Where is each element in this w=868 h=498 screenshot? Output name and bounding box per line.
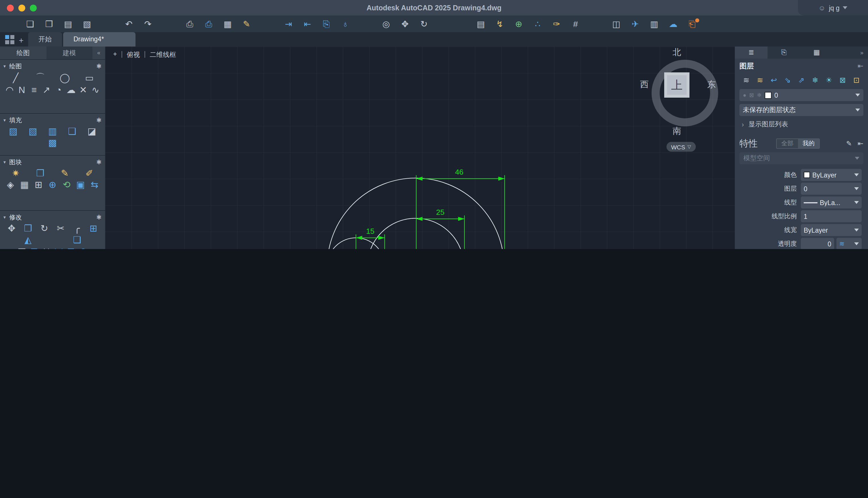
boundary-tool[interactable]: ❑ <box>62 126 82 137</box>
maximize-window-button[interactable] <box>30 4 37 11</box>
properties-icon[interactable]: ▤ <box>471 15 490 32</box>
solid-edit-tool[interactable]: ◨ <box>16 246 28 249</box>
filter-mine-button[interactable]: 我的 <box>798 139 819 148</box>
block-create-tool[interactable]: ❐ <box>28 168 53 179</box>
user-account-button[interactable]: ☺ jq g <box>798 0 868 15</box>
palette-section-header[interactable]: ▾ 绘图 ✱ <box>3 61 101 71</box>
open-drawing-icon[interactable]: ❒ <box>40 15 58 32</box>
circle-medium[interactable] <box>367 218 464 249</box>
save-as-icon[interactable]: ▧ <box>78 15 96 32</box>
multiline-tool[interactable]: ≡ <box>28 85 40 95</box>
tab-start[interactable]: 开始 <box>28 32 62 47</box>
point-style-icon[interactable]: ∴ <box>528 15 547 32</box>
action-recorder-icon[interactable]: ⎗ <box>682 15 702 32</box>
panel-pin-icon[interactable]: ⇤ <box>858 140 864 148</box>
arc-tool[interactable]: ⌒ <box>28 72 53 84</box>
line-tool[interactable]: ╱ <box>3 73 28 83</box>
layer-previous-icon[interactable]: ↩ <box>767 76 781 84</box>
orbit-icon[interactable]: ↻ <box>415 15 433 32</box>
space-selector[interactable]: 模型空间 <box>740 152 864 164</box>
gear-icon[interactable]: ✱ <box>96 158 101 166</box>
select-similar-tool[interactable]: ❏ <box>53 234 101 245</box>
edit-properties-icon[interactable]: ✎ <box>846 140 852 148</box>
break-tool[interactable]: ✕ <box>40 246 53 249</box>
panel-tab-references[interactable]: ⎘ <box>768 47 800 58</box>
mirror-tool[interactable]: ◭ <box>3 234 53 245</box>
superhatch-tool[interactable]: ▩ <box>3 137 101 148</box>
layer-unisolate-icon[interactable]: ⇗ <box>795 76 808 84</box>
sheet-set-icon[interactable]: # <box>566 15 585 32</box>
property-value[interactable]: 1 <box>801 210 862 222</box>
ellipse-tool[interactable]: ◔ <box>53 85 65 95</box>
spline-tool[interactable]: ∿ <box>89 84 101 95</box>
compass-top-face[interactable]: 上 <box>664 73 690 97</box>
viewport-visual-style-control[interactable]: 二维线框 <box>150 51 176 59</box>
palette-tab-draw[interactable]: 绘图 <box>0 47 46 59</box>
block-replace-tool[interactable]: ⇆ <box>87 179 101 190</box>
batch-plot-icon[interactable]: ✎ <box>237 15 256 32</box>
rectangle-tool[interactable]: ▭ <box>77 73 102 83</box>
save-icon[interactable]: ▤ <box>58 15 78 32</box>
wcs-dropdown[interactable]: WCS ▽ <box>666 142 695 152</box>
layer-isolate-icon[interactable]: ⇘ <box>781 76 795 84</box>
compass-south[interactable]: 南 <box>639 126 715 137</box>
gradient-tool[interactable]: ▥ <box>43 126 62 137</box>
dimension-15[interactable]: 15 <box>356 227 385 249</box>
tab-drawing4[interactable]: Drawing4* <box>63 32 135 47</box>
palette-section-header[interactable]: ▾ 修改 ✱ <box>3 212 101 222</box>
tag-attach-tool[interactable]: ◈ <box>3 179 17 190</box>
layer-manager-icon[interactable]: ≋ <box>753 76 767 84</box>
dimension-25[interactable]: 25 <box>416 208 464 249</box>
export-icon[interactable]: ⇤ <box>298 15 317 32</box>
property-value[interactable]: ByLayer <box>801 169 862 181</box>
pan-icon[interactable]: ✥ <box>395 15 415 32</box>
compass-west[interactable]: 西 <box>640 79 649 90</box>
block-insert-tool[interactable]: ✷ <box>3 168 28 179</box>
measure-icon[interactable]: ✑ <box>547 15 566 32</box>
layer-combo[interactable]: ● ⊠ ❄ 0 <box>740 89 864 101</box>
purge-tool[interactable]: ⌁ <box>89 246 101 249</box>
circle-tool[interactable]: ◯ <box>53 73 77 83</box>
circle-large[interactable] <box>327 178 504 249</box>
view-compass[interactable]: 上 北 南 西 东 <box>639 47 731 139</box>
stretch-tool[interactable]: ⇥ <box>3 246 16 249</box>
array-tool[interactable]: ⊞ <box>85 223 101 234</box>
attribute-edit-tool[interactable]: ✐ <box>77 168 102 179</box>
cloud-storage-icon[interactable]: ☁ <box>664 15 682 32</box>
scale-tool[interactable]: ⊡ <box>28 246 40 249</box>
property-value[interactable]: 0 <box>801 183 862 195</box>
quick-select-icon[interactable]: ↯ <box>490 15 509 32</box>
polyline-tool[interactable]: N <box>16 85 28 95</box>
print-icon[interactable]: ⎙ <box>180 15 199 32</box>
panel-tab-layers[interactable]: ≣ <box>735 47 768 58</box>
drawing-compare-icon[interactable]: ◫ <box>607 15 626 32</box>
layer-off-icon[interactable]: ☀ <box>822 76 836 84</box>
panel-tab-sheets[interactable]: ▦ <box>800 47 833 58</box>
block-edit-tool[interactable]: ✎ <box>53 168 77 179</box>
attach-reference-icon[interactable]: ⎘ <box>317 15 336 32</box>
attribute-sync-tool[interactable]: ⟲ <box>59 179 73 190</box>
save-to-web-icon[interactable]: ♁ <box>336 15 355 32</box>
redo-icon[interactable]: ↷ <box>138 15 157 32</box>
plot-preview-icon[interactable]: ▥ <box>645 15 664 32</box>
block-table-tool[interactable]: ▦ <box>17 179 31 190</box>
point-tool[interactable]: ✕ <box>77 84 90 95</box>
layer-state-dropdown[interactable]: 未保存的图层状态 <box>740 104 864 116</box>
layer-lock-icon[interactable]: ⊠ <box>836 76 850 84</box>
join-tool[interactable]: ⋈ <box>53 246 65 249</box>
app-grid-icon[interactable] <box>5 35 14 44</box>
fillet-tool[interactable]: ╭ <box>69 223 85 234</box>
layer-freeze-icon[interactable]: ❄ <box>808 76 822 84</box>
attribute-display-tool[interactable]: ▣ <box>73 179 87 190</box>
show-layer-list-button[interactable]: › 显示图层列表 <box>740 118 864 130</box>
close-window-button[interactable] <box>7 4 14 11</box>
hatch-edit-tool[interactable]: ▧ <box>23 126 42 137</box>
new-drawing-icon[interactable]: ❏ <box>21 15 40 32</box>
import-icon[interactable]: ⇥ <box>279 15 298 32</box>
zoom-window-icon[interactable]: ◎ <box>377 15 395 32</box>
wipeout-tool[interactable]: ◪ <box>82 126 101 137</box>
property-value[interactable]: ByLayer <box>801 224 862 236</box>
palette-section-header[interactable]: ▾ 填充 ✱ <box>3 115 101 125</box>
viewport-menu-button[interactable]: + <box>113 51 117 59</box>
layer-unlock-icon[interactable]: ⊡ <box>850 76 864 84</box>
